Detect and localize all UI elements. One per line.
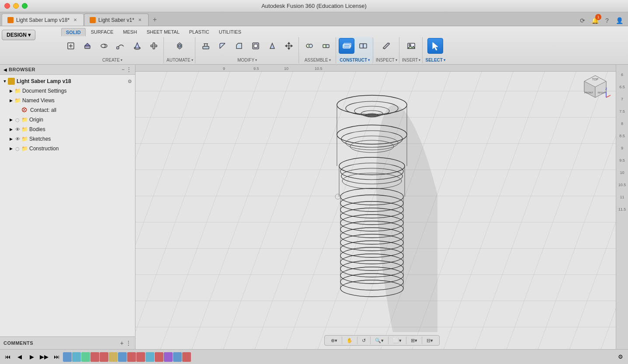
modify-move[interactable] [281,38,297,54]
construction-expand[interactable]: ▶ [8,146,14,152]
sketches-visibility-icon[interactable]: 👁 [14,135,21,142]
menu-tab-sheetmetal[interactable]: SHEET METAL [142,28,184,36]
tree-construction[interactable]: ▶ ◌ 📁 Construction [0,144,135,153]
playback-end[interactable]: ⏭ [51,351,62,363]
tree-origin[interactable]: ▶ ◌ 📁 Origin [0,115,135,125]
select-label[interactable]: SELECT [425,58,445,62]
timeline-icon[interactable] [100,352,108,362]
create-loft[interactable] [129,38,145,54]
browser-action-expand[interactable]: ⋮ [126,66,132,73]
insert-label[interactable]: INSERT [402,58,421,62]
minimize-button[interactable] [13,3,19,9]
inspect-label[interactable]: INSPECT [376,58,397,62]
tab-1-close[interactable]: ✕ [72,17,78,23]
sketches-expand[interactable]: ▶ [8,136,14,142]
menu-tab-mesh[interactable]: MESH [119,28,142,36]
menu-tab-utilities[interactable]: UTILITIES [215,28,246,36]
tab-1[interactable]: Light Saber Lamp v18* ✕ [2,14,84,26]
view-cube[interactable]: TOP FRONT RIGHT X Z [580,73,611,104]
tab-action-help[interactable]: ? [602,15,612,26]
assemble-joint[interactable] [302,38,317,54]
comments-header[interactable]: COMMENTS + ⋮ [0,337,135,349]
create-extrude[interactable] [80,38,95,54]
status-settings[interactable]: ⚙ [615,351,626,363]
vp-grid-tool[interactable]: ⊞▾ [408,337,420,344]
tab-2-close[interactable]: ✕ [137,17,143,23]
timeline-icon[interactable] [63,352,72,362]
timeline-icon[interactable] [90,352,99,362]
create-rib[interactable] [146,38,162,54]
playback-play[interactable]: ▶ [26,351,38,363]
construct-midplane[interactable] [355,38,371,54]
playback-start[interactable]: ⏮ [2,351,13,363]
select-btn[interactable] [427,38,443,54]
tree-document-settings[interactable]: ▶ 📁 Document Settings [0,86,135,96]
insert-image[interactable] [403,38,419,54]
playback-next[interactable]: ▶▶ [38,351,50,363]
timeline-icon[interactable] [118,352,127,362]
comments-add-button[interactable]: + [120,340,124,347]
modify-draft[interactable] [264,38,280,54]
timeline-icon[interactable] [182,352,191,362]
root-expand-arrow[interactable]: ▼ [2,78,8,84]
design-dropdown[interactable]: DESIGN ▾ [2,30,35,40]
vp-more-tool[interactable]: ⊟▾ [424,337,436,344]
vp-zoom-tool[interactable]: 🔍▾ [372,337,386,344]
vp-orbit-tool[interactable]: ↺ [359,337,368,344]
inspect-measure[interactable] [378,38,394,54]
timeline-icon[interactable] [146,352,154,362]
timeline-icon[interactable] [127,352,136,362]
vp-display-tool[interactable]: ⬜▾ [390,337,404,344]
doc-settings-expand[interactable]: ▶ [8,88,14,94]
timeline-icon[interactable] [72,352,81,362]
automate-btn[interactable] [172,38,187,54]
modify-press-pull[interactable] [198,38,214,54]
modify-label[interactable]: MODIFY [237,58,257,62]
timeline-icon[interactable] [136,352,145,362]
tree-named-views[interactable]: ▶ 📁 Named Views [0,96,135,105]
playback-prev[interactable]: ◀ [14,351,25,363]
modify-shell[interactable] [248,38,264,54]
tree-contact-all[interactable]: ▶ ⛒ Contact: all [0,105,135,115]
close-button[interactable] [4,3,10,9]
bodies-visibility-icon[interactable]: 👁 [14,126,21,133]
timeline-icon[interactable] [81,352,90,362]
bodies-expand[interactable]: ▶ [8,126,14,132]
create-new-component[interactable] [63,38,79,54]
timeline-icon[interactable] [173,352,182,362]
vp-hand-tool[interactable]: ✋ [344,337,355,344]
tree-root-item[interactable]: ▼ Light Saber Lamp v18 ⚙ [0,76,135,86]
construct-label[interactable]: CONSTRUCT [340,58,370,62]
tab-action-user[interactable]: 👤 [614,15,625,26]
create-label[interactable]: CREATE [102,58,122,62]
modify-chamfer[interactable] [231,38,247,54]
timeline-icon[interactable] [155,352,163,362]
tab-action-refresh[interactable]: ⟳ [577,15,588,26]
tab-action-notifications[interactable]: 🔔 1 [590,15,600,26]
construction-visibility-icon[interactable]: ◌ [14,145,21,152]
timeline-icon[interactable] [109,352,118,362]
browser-collapse-arrow[interactable]: ◀ [3,67,7,72]
tree-sketches[interactable]: ▶ 👁 📁 Sketches [0,134,135,144]
assemble-as-built[interactable] [318,38,334,54]
tab-2[interactable]: Light Saber v1* ✕ [84,14,149,26]
named-views-expand[interactable]: ▶ [8,97,14,104]
viewport[interactable]: 9 9.5 10 10.5 [135,65,628,349]
timeline-icon[interactable] [164,352,173,362]
origin-visibility-icon[interactable]: ◌ [14,116,21,123]
comments-expand-button[interactable]: ⋮ [125,340,132,347]
menu-tab-plastic[interactable]: PLASTIC [185,28,214,36]
modify-fillet[interactable] [215,38,230,54]
menu-tab-surface[interactable]: SURFACE [87,28,118,36]
construct-offset-plane[interactable] [339,38,354,54]
tab-add-button[interactable]: + [149,14,161,26]
assemble-label[interactable]: ASSEMBLE [305,58,331,62]
create-sweep[interactable] [113,38,128,54]
create-revolve[interactable] [96,38,112,54]
origin-expand[interactable]: ▶ [8,117,14,123]
automate-label[interactable]: AUTOMATE [167,58,193,62]
menu-tab-solid[interactable]: SOLID [61,28,86,36]
tree-bodies[interactable]: ▶ 👁 📁 Bodies [0,125,135,134]
vp-move-tool[interactable]: ⊕▾ [328,337,340,344]
browser-action-minus[interactable]: − [121,66,125,73]
